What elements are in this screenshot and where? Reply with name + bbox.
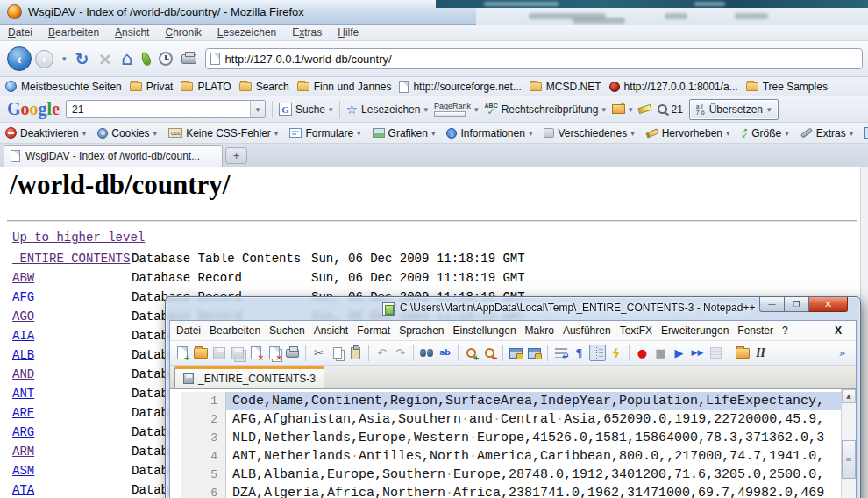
document-tab[interactable]: _ENTIRE_CONTENTS-3: [174, 366, 324, 388]
indent-guide-icon[interactable]: [589, 345, 606, 361]
bookmark-plato[interactable]: PLATO: [181, 81, 231, 93]
open-containing-folder-icon[interactable]: [734, 345, 751, 361]
function-list-icon[interactable]: ϟ: [608, 345, 624, 361]
toolbar-overflow-icon[interactable]: »: [834, 345, 850, 361]
entry-link-afg[interactable]: AFG: [12, 290, 34, 304]
devtool-grafiken[interactable]: Grafiken▾: [373, 127, 436, 139]
close-file-icon[interactable]: ×: [247, 345, 264, 361]
new-tab-button[interactable]: +: [225, 147, 247, 164]
url-bar[interactable]: http://127.0.0.1/world-db/country/: [205, 48, 863, 69]
editor-scrollbar[interactable]: ▲ ≡: [841, 389, 856, 498]
devtool-extras[interactable]: Extras▾: [800, 127, 854, 139]
forward-button[interactable]: ›: [35, 50, 53, 68]
stop-icon[interactable]: ×: [97, 50, 112, 68]
save-all-icon[interactable]: [229, 345, 245, 361]
cut-icon[interactable]: ✂: [310, 345, 327, 361]
minimize-button[interactable]: —: [759, 297, 785, 312]
maximize-button[interactable]: ❐: [785, 297, 809, 312]
devtool-informationen[interactable]: iInformationen▾: [446, 127, 532, 139]
menu-datei[interactable]: Datei: [8, 26, 32, 39]
devtool-cookies[interactable]: Cookies▾: [97, 127, 157, 139]
up-to-higher-level-link[interactable]: Up to higher level: [12, 231, 145, 245]
spellcheck-button[interactable]: ABC ✓ Rechtschreibprüfung ▾: [485, 103, 606, 117]
back-history-dropdown-icon[interactable]: ▾: [62, 54, 67, 63]
macro-run-multi-icon[interactable]: ▶▶: [689, 345, 706, 361]
entry-link-entire-contents[interactable]: _ENTIRE_CONTENTS: [12, 252, 130, 266]
find-counter[interactable]: 21: [658, 103, 682, 116]
devtool-formulare[interactable]: Formulare▾: [289, 127, 360, 139]
npp-menu-datei[interactable]: Datei: [176, 324, 201, 337]
find-icon[interactable]: [418, 345, 435, 361]
paste-icon[interactable]: [347, 345, 364, 361]
back-button[interactable]: ‹: [7, 46, 32, 71]
npp-menu-makro[interactable]: Makro: [525, 324, 554, 337]
npp-menu-[interactable]: ?: [782, 324, 788, 337]
entry-link-asm[interactable]: ASM: [12, 464, 34, 478]
devtool-keine-css-fehler[interactable]: cssKeine CSS-Fehler▾: [168, 127, 278, 139]
show-symbols-icon[interactable]: ¶: [571, 345, 587, 361]
home-icon[interactable]: ⌂: [121, 50, 132, 68]
sync-vertical-icon[interactable]: [508, 345, 524, 361]
zoom-in-icon[interactable]: +: [463, 345, 480, 361]
bookmark-http-127-0-0-1-8001-a[interactable]: http://127.0.0.1:8001/a...: [609, 81, 738, 93]
close-all-icon[interactable]: ×: [266, 345, 282, 361]
page-scrollbar[interactable]: [860, 167, 868, 498]
menu-bearbeiten[interactable]: Bearbeiten: [48, 26, 99, 39]
entry-link-ago[interactable]: AGO: [12, 309, 34, 324]
menu-hilfe[interactable]: Hilfe: [338, 26, 359, 39]
entry-link-ata[interactable]: ATA: [12, 483, 34, 497]
bookmark-meistbesuchte-seiten[interactable]: Meistbesuchte Seiten: [5, 81, 122, 93]
zoom-out-icon[interactable]: −: [481, 345, 498, 361]
redo-icon[interactable]: ↷: [392, 345, 409, 361]
macro-stop-icon[interactable]: ■: [652, 345, 669, 361]
word-wrap-icon[interactable]: [552, 345, 569, 361]
npp-menu-suchen[interactable]: Suchen: [269, 324, 305, 337]
npp-menu-sprachen[interactable]: Sprachen: [399, 324, 444, 337]
html-tidy-icon[interactable]: H: [752, 345, 769, 361]
menu-ansicht[interactable]: Ansicht: [115, 26, 149, 39]
highlighter-icon[interactable]: [638, 104, 652, 114]
entry-link-and[interactable]: AND: [12, 367, 34, 381]
print-icon[interactable]: [284, 345, 301, 361]
macro-play-icon[interactable]: ▶: [671, 345, 687, 361]
macro-save-icon[interactable]: [708, 345, 724, 361]
new-file-icon[interactable]: +: [174, 345, 190, 361]
menu-lesezeichen[interactable]: Lesezeichen: [217, 26, 276, 39]
translate-button[interactable]: aï7ö Übersetzen ▾: [689, 99, 779, 120]
copy-icon[interactable]: [329, 345, 345, 361]
bookmark-tree-samples[interactable]: Tree Samples: [746, 81, 828, 93]
sync-horizontal-icon[interactable]: [526, 345, 543, 361]
npp-menu-format[interactable]: Format: [357, 324, 390, 337]
npp-menu-close[interactable]: X: [835, 324, 842, 337]
editor-area[interactable]: 1Code,Name,Continent,Region,SurfaceArea,…: [170, 388, 856, 498]
npp-menu-ansicht[interactable]: Ansicht: [314, 324, 348, 337]
entry-link-arm[interactable]: ARM: [12, 445, 34, 459]
close-button[interactable]: ✕: [809, 297, 848, 312]
menu-extras[interactable]: Extras: [292, 26, 322, 39]
google-search-input[interactable]: 21 ▾: [66, 100, 266, 118]
npp-menu-fenster[interactable]: Fenster: [737, 324, 773, 337]
npp-menu-bearbeiten[interactable]: Bearbeiten: [210, 324, 260, 337]
entry-link-are[interactable]: ARE: [12, 406, 34, 420]
print-icon[interactable]: [181, 54, 196, 64]
bookmark-finn-und-jannes[interactable]: Finn und Jannes: [297, 81, 392, 93]
bookmark-mcsd-net[interactable]: MCSD.NET: [530, 81, 601, 93]
npp-menu-einstellungen[interactable]: Einstellungen: [453, 324, 516, 337]
scroll-up-icon[interactable]: ▲: [842, 389, 856, 403]
notepadpp-titlebar[interactable]: C:\Users\Martin\AppData\Local\Temp\_ENTI…: [166, 297, 860, 320]
devtool-verschiedenes[interactable]: Verschiedenes▾: [544, 127, 634, 139]
entry-link-abw[interactable]: ABW: [12, 271, 34, 285]
entry-link-ant[interactable]: ANT: [12, 387, 34, 401]
undo-icon[interactable]: ↶: [374, 345, 390, 361]
pagerank-button[interactable]: PageRank ▾: [434, 103, 479, 117]
google-search-button[interactable]: G Suche ▾: [279, 103, 333, 116]
macro-record-icon[interactable]: ●: [634, 345, 651, 361]
npp-menu-ausf-hren[interactable]: Ausführen: [563, 324, 611, 337]
devtool-deaktivieren[interactable]: Deaktivieren▾: [5, 127, 86, 139]
reload-icon[interactable]: ↻: [75, 51, 89, 68]
history-clock-icon[interactable]: [159, 52, 173, 66]
save-icon[interactable]: [210, 345, 227, 361]
devtool-quelltext[interactable]: Quelltext: [864, 127, 868, 139]
feed-leaf-icon[interactable]: [139, 51, 152, 67]
entry-link-alb[interactable]: ALB: [12, 348, 34, 362]
